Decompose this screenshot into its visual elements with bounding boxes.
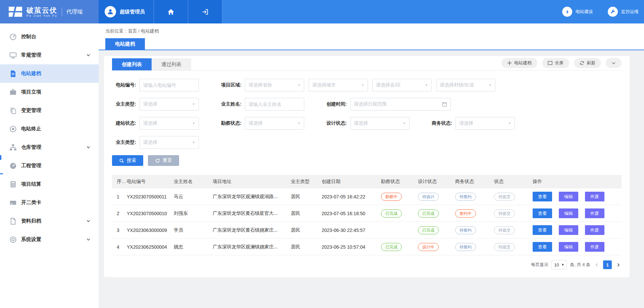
search-button[interactable]: 搜索 [112, 155, 143, 166]
list-tab-row: 创建列表通过列表 电站建档 全屏 刷新 [112, 56, 622, 71]
status-badge: 设计中 [418, 243, 439, 251]
station-build-nav[interactable]: 电站建设 [562, 7, 593, 17]
sidebar-item-engineering-management[interactable]: 工程管理 [0, 157, 99, 175]
filter-label: 电站编号: [112, 82, 136, 88]
status-badge: 待签约 [455, 193, 476, 201]
sidebar: 控制台 常规管理 电站建档 项目立项 变更管理 电站终止 仓库管理 工程管理 [0, 23, 99, 308]
filter-label: 创建时间: [323, 101, 347, 107]
next-page-button[interactable] [615, 260, 622, 269]
cell-business-status: 待签约 [455, 243, 494, 251]
station-code-input[interactable] [140, 79, 199, 91]
filter-label: 业主姓名: [217, 101, 241, 107]
fullscreen-button[interactable]: 全屏 [542, 58, 569, 68]
cell-status: 待提交 [494, 243, 533, 251]
card-icon [9, 199, 17, 206]
county-select[interactable]: 请选择县/区 ▼ [372, 79, 432, 91]
sidebar-item-warehouse-management[interactable]: 仓库管理 [0, 138, 99, 157]
caret-down-icon: ▼ [192, 141, 195, 144]
sidebar-item-type2-card[interactable]: 开二类卡 [0, 193, 99, 212]
cell-survey-status: 已完成 [381, 243, 418, 251]
view-button[interactable]: 查看 [533, 208, 552, 218]
main-area: 当前位置：首页 / 电站建档 电站建档 创建列表通过列表 电站建档 全屏 刷新 … [99, 23, 644, 308]
plus-icon [507, 61, 512, 65]
view-button[interactable]: 查看 [533, 225, 552, 235]
select-placeholder: 请选择城市 [312, 82, 336, 88]
column-header: 序号 [112, 179, 127, 185]
owner-type-select[interactable]: 请选择 ▼ [140, 98, 199, 111]
cell-index: 3 [112, 228, 127, 233]
sidebar-item-station-archive[interactable]: 电站建档 [0, 64, 99, 83]
cell-design-status: 已完成 [418, 226, 455, 234]
page-1-button[interactable]: 1 [603, 260, 612, 269]
sidebar-item-system-settings[interactable]: 系统设置 [0, 230, 99, 249]
tab-passed-list[interactable]: 通过列表 [152, 58, 191, 70]
logout-button[interactable] [188, 0, 222, 23]
page-tab-station-archive[interactable]: 电站建档 [105, 38, 145, 50]
status-badge: 签约中 [455, 209, 476, 218]
view-button[interactable]: 查看 [533, 192, 552, 201]
tab-create-list[interactable]: 创建列表 [112, 58, 152, 70]
sidebar-item-station-termination[interactable]: 电站终止 [0, 120, 99, 138]
province-select[interactable]: 请选择省份 ▼ [245, 79, 304, 91]
filter-group: 商务状态: 请选择 ▼ [428, 117, 519, 130]
date-placeholder: 请选择日期范围 [354, 101, 387, 107]
search-button-label: 搜索 [127, 158, 136, 164]
archive-icon [9, 218, 17, 225]
select-placeholder: 请选择村镇/街道 [440, 82, 474, 88]
sidebar-item-change-management[interactable]: 变更管理 [0, 101, 99, 120]
void-button[interactable]: 作废 [585, 242, 604, 252]
edit-button[interactable]: 编辑 [559, 242, 578, 252]
prev-page-button[interactable] [593, 260, 600, 269]
business-status-select[interactable]: 请选择 ▼ [455, 117, 515, 130]
edit-button[interactable]: 编辑 [559, 208, 578, 218]
sidebar-item-label: 变更管理 [21, 107, 41, 114]
sidebar-item-console[interactable]: 控制台 [0, 27, 99, 46]
refresh-button[interactable]: 刷新 [574, 58, 601, 68]
column-header: 创建日期 [322, 179, 381, 185]
sidebar-item-general-management[interactable]: 常规管理 [0, 46, 99, 64]
chevron-down-icon [86, 53, 91, 57]
cell-address: 广东深圳龙华区观澜镇观湖路... [213, 194, 291, 200]
reset-button[interactable]: 重置 [148, 155, 179, 166]
edit-button[interactable]: 编辑 [559, 192, 578, 201]
owner-type2-select[interactable]: 请选择 ▼ [140, 136, 199, 149]
view-button[interactable]: 查看 [533, 242, 552, 252]
cell-actions: 查看编辑作废 [533, 225, 622, 235]
filter-group: 业主类型: 请选择 ▼ [112, 98, 203, 111]
home-button[interactable] [154, 0, 188, 23]
owner-name-input[interactable] [245, 98, 304, 111]
per-page-value: 10 [554, 262, 559, 267]
void-button[interactable]: 作废 [585, 225, 604, 235]
column-header: 项目地址 [213, 179, 291, 185]
build-status-select[interactable]: 请选择 ▼ [140, 117, 199, 130]
monitor-ops-nav[interactable]: 监控运维 [608, 7, 639, 17]
cell-address: 广东深圳龙华区黄石镇姚家庄... [213, 227, 291, 233]
logo-title: 破茧云伏 [26, 6, 57, 14]
caret-down-icon: ▼ [192, 103, 195, 106]
village-select[interactable]: 请选择村镇/街道 ▼ [436, 79, 495, 91]
cell-design-status: 已完成 [418, 209, 455, 218]
sidebar-item-project-settlement[interactable]: 项目结算 [0, 175, 99, 193]
caret-down-icon: ▼ [298, 83, 301, 87]
void-button[interactable]: 作废 [585, 208, 604, 218]
create-station-button[interactable]: 电站建档 [501, 58, 537, 68]
edit-button[interactable]: 编辑 [559, 225, 578, 235]
collapse-button[interactable] [606, 58, 622, 68]
sidebar-item-project-initiation[interactable]: 项目立项 [0, 83, 99, 101]
city-select[interactable]: 请选择城市 ▼ [309, 79, 368, 91]
user-menu[interactable]: 超级管理员 [99, 0, 154, 23]
avatar [105, 6, 116, 17]
survey-status-select[interactable]: 请选择 ▼ [245, 117, 304, 130]
monitor-icon [9, 52, 17, 59]
per-page-select[interactable]: 10 ▼ [551, 260, 567, 269]
cell-business-status: 待签约 [455, 193, 494, 201]
create-time-range-input[interactable]: 请选择日期范围 [350, 98, 451, 111]
total-label: 条, 共 4 条 [570, 262, 590, 268]
sidebar-item-data-archive[interactable]: 资料归档 [0, 212, 99, 230]
design-status-select[interactable]: 请选择 ▼ [350, 117, 410, 130]
filter-group: 创建时间: 请选择日期范围 [323, 98, 455, 111]
cell-station-code: YX2023063000009 [127, 228, 174, 233]
cell-actions: 查看编辑作废 [533, 242, 622, 252]
status-badge: 已完成 [418, 209, 439, 218]
void-button[interactable]: 作废 [585, 192, 604, 201]
